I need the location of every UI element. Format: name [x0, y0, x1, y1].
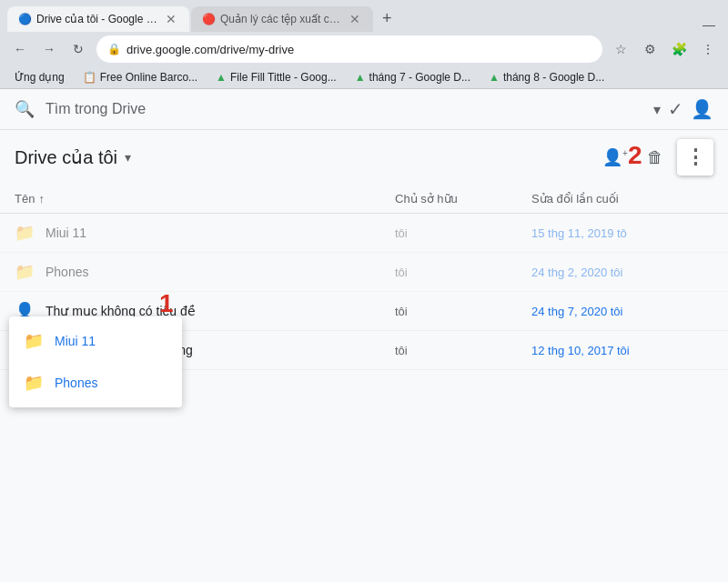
avatar-icon[interactable]: 👤 — [691, 98, 713, 120]
name-column-header[interactable]: Tên ↑ — [15, 192, 395, 206]
dropdown-folder-icon-miui11: 📁 — [24, 331, 44, 351]
drive-title: Drive của tôi — [15, 146, 117, 168]
search-input-area[interactable]: Tìm trong Drive — [46, 101, 642, 117]
drive-title-area: Drive của tôi ▾ — [15, 146, 597, 168]
search-icon: 🔍 — [15, 99, 35, 119]
file-name-cell: 📁 Miui 11 — [15, 223, 395, 243]
file-table-header: Tên ↑ Chủ sở hữu Sửa đổi lần cuối — [0, 185, 728, 214]
tab-title-manage: Quản lý các tệp xuất của bạn — [220, 13, 342, 25]
bookmark-thang8[interactable]: ▲ tháng 8 - Google D... — [481, 69, 612, 85]
dropdown-item-phones[interactable]: 📁 Phones — [9, 362, 182, 404]
checkmark-icon: ✓ — [668, 98, 683, 120]
lock-icon: 🔒 — [107, 43, 121, 55]
refresh-button[interactable]: ↻ — [66, 36, 91, 62]
url-text: drive.google.com/drive/my-drive — [126, 43, 592, 56]
modified-column-header[interactable]: Sửa đổi lần cuối — [531, 192, 713, 206]
back-button[interactable]: ← — [7, 36, 33, 62]
dropdown-folder-icon-phones: 📁 — [24, 373, 44, 393]
file-owner: tôi — [395, 226, 531, 240]
file-date: 24 thg 7, 2020 tôi — [531, 305, 713, 318]
address-icons: ☆ ⚙ 🧩 ⋮ — [608, 36, 721, 62]
file-owner: tôi — [395, 344, 531, 357]
bookmark-file-fill[interactable]: ▲ File Fill Tittle - Goog... — [208, 69, 344, 85]
dropdown-label-miui11: Miui 11 — [55, 334, 96, 348]
minimize-button[interactable]: — — [697, 17, 721, 32]
annotation-number-1: 1 — [159, 289, 174, 318]
tab-bar: 🔵 Drive của tôi - Google Drive ✕ 🔴 Quản … — [0, 0, 728, 32]
add-person-icon: 👤+ — [602, 147, 628, 167]
bookmarks-bar: Ứng dụng 📋 Free Online Barco... ▲ File F… — [0, 66, 728, 89]
drive-header: Drive của tôi ▾ 👤+ 🗑 ⋮ — [0, 130, 728, 185]
bookmark-barcode-icon: 📋 — [83, 71, 96, 84]
file-row[interactable]: 📁 Miui 11 tôi 15 thg 11, 2019 tô — [0, 214, 728, 253]
file-owner: tôi — [395, 266, 531, 279]
file-date: 24 thg 2, 2020 tôi — [531, 266, 713, 279]
search-right-icons: ▾ ✓ 👤 — [653, 98, 713, 120]
nav-buttons: ← → ↻ — [7, 36, 91, 62]
dropdown-item-miui11[interactable]: 📁 Miui 11 — [9, 320, 182, 362]
drive-title-chevron[interactable]: ▾ — [125, 150, 131, 165]
file-owner: tôi — [395, 305, 531, 318]
folder-icon: 📁 — [15, 223, 35, 243]
tab-favicon-manage: 🔴 — [202, 13, 215, 25]
bookmark-apps-label: Ứng dụng — [15, 71, 65, 84]
tab-close-drive[interactable]: ✕ — [164, 12, 178, 26]
delete-button[interactable]: 🗑 — [637, 139, 673, 176]
annotation-number-2: 2 — [628, 141, 642, 170]
drive-header-actions: 👤+ 🗑 ⋮ — [597, 139, 713, 176]
bookmark-thang7-icon: ▲ — [355, 71, 366, 84]
bookmark-filefill-icon: ▲ — [216, 71, 227, 84]
bookmark-filefill-label: File Fill Tittle - Goog... — [230, 71, 337, 84]
bookmark-barcode-label: Free Online Barco... — [100, 71, 197, 84]
file-row[interactable]: 📁 Phones tôi 24 thg 2, 2020 tôi — [0, 253, 728, 292]
bookmark-barcode[interactable]: 📋 Free Online Barco... — [76, 69, 205, 85]
dropdown-label-phones: Phones — [55, 376, 97, 390]
tab-drive[interactable]: 🔵 Drive của tôi - Google Drive ✕ — [7, 6, 189, 32]
bookmark-apps[interactable]: Ứng dụng — [7, 69, 72, 85]
bookmark-thang8-label: tháng 8 - Google D... — [503, 71, 604, 84]
url-bar[interactable]: 🔒 drive.google.com/drive/my-drive — [96, 35, 602, 63]
file-name-cell: 📁 Phones — [15, 262, 395, 282]
sort-icon: ↑ — [38, 192, 45, 206]
search-bar: 🔍 Tìm trong Drive ▾ ✓ 👤 — [0, 89, 728, 130]
browser-chrome: 🔵 Drive của tôi - Google Drive ✕ 🔴 Quản … — [0, 0, 728, 89]
file-date: 15 thg 11, 2019 tô — [531, 226, 713, 240]
tab-close-manage[interactable]: ✕ — [348, 12, 362, 26]
folder-icon: 📁 — [15, 262, 35, 282]
new-tab-button[interactable]: + — [375, 5, 399, 32]
extensions-icon[interactable]: 🧩 — [666, 36, 692, 62]
search-dropdown-icon[interactable]: ▾ — [653, 101, 661, 118]
bookmark-thang7-label: tháng 7 - Google D... — [369, 71, 470, 84]
modified-column-label: Sửa đổi lần cuối — [531, 192, 619, 206]
profile-icon[interactable]: ☆ — [608, 36, 633, 62]
owner-column-header[interactable]: Chủ sở hữu — [395, 192, 531, 206]
trash-icon: 🗑 — [647, 148, 663, 167]
menu-icon[interactable]: ⋮ — [695, 36, 721, 62]
search-placeholder: Tìm trong Drive — [46, 101, 146, 117]
file-name: Miui 11 — [46, 226, 86, 240]
tab-manage[interactable]: 🔴 Quản lý các tệp xuất của bạn ✕ — [191, 6, 373, 32]
tab-favicon-drive: 🔵 — [18, 13, 31, 25]
more-vert-icon: ⋮ — [685, 146, 705, 169]
address-bar: ← → ↻ 🔒 drive.google.com/drive/my-drive … — [0, 32, 728, 66]
file-date: 12 thg 10, 2017 tôi — [531, 344, 713, 357]
more-options-button[interactable]: ⋮ — [677, 139, 713, 176]
owner-column-label: Chủ sở hữu — [395, 192, 458, 206]
file-name: Phones — [46, 265, 88, 279]
forward-button[interactable]: → — [36, 36, 62, 62]
settings-icon[interactable]: ⚙ — [637, 36, 662, 62]
name-column-label: Tên — [15, 192, 35, 206]
bookmark-thang7[interactable]: ▲ tháng 7 - Google D... — [348, 69, 478, 85]
folder-dropdown: 📁 Miui 11 📁 Phones — [9, 316, 182, 407]
tab-title-drive: Drive của tôi - Google Drive — [36, 13, 158, 25]
bookmark-thang8-icon: ▲ — [489, 71, 500, 84]
